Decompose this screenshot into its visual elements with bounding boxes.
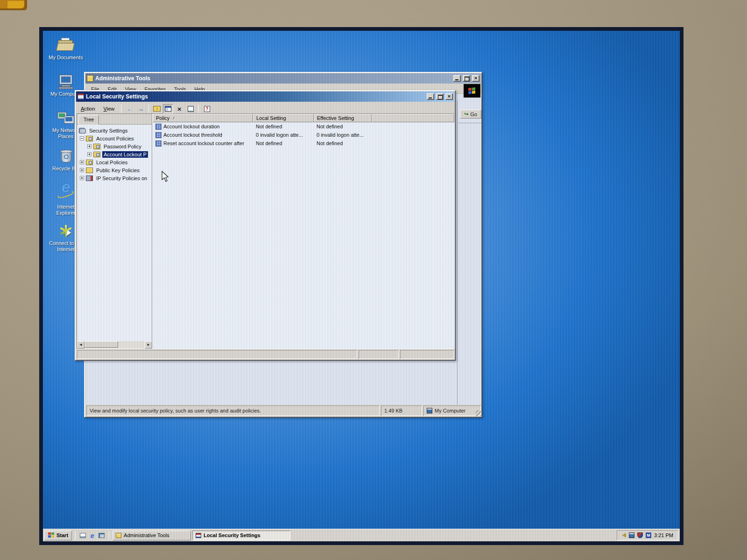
mouse-cursor — [162, 171, 170, 183]
tree-tab[interactable]: Tree — [78, 115, 99, 125]
expand-icon[interactable] — [87, 152, 92, 156]
lss-window-icon — [78, 93, 84, 100]
internet-explorer-icon: e — [90, 532, 94, 539]
column-header-policy[interactable]: Policy∕ — [153, 114, 253, 122]
sort-ascending-icon: ∕ — [173, 116, 174, 120]
expand-icon[interactable] — [80, 168, 84, 172]
quick-launch-mail-button[interactable] — [79, 532, 87, 539]
menu-view[interactable]: View — [100, 105, 119, 112]
policy-row-duration[interactable]: Account lockout duration Not defined Not… — [153, 122, 454, 131]
show-hide-tree-icon — [165, 106, 171, 112]
security-settings-icon — [79, 128, 86, 133]
collapse-icon[interactable] — [80, 136, 84, 140]
tree-item-account-policies[interactable]: Account Policies — [78, 134, 152, 142]
network-icon[interactable] — [629, 532, 634, 538]
internet-explorer-icon: e — [56, 187, 75, 203]
lss-title-bar[interactable]: Local Security Settings × — [76, 91, 454, 102]
export-list-button[interactable] — [185, 104, 196, 113]
column-header-effective-setting[interactable]: Effective Setting — [314, 114, 372, 122]
tree-horizontal-scrollbar[interactable]: ◄ ► — [77, 341, 152, 349]
policy-icon — [155, 124, 162, 130]
policy-row-reset-counter[interactable]: Reset account lockout counter after Not … — [153, 139, 454, 147]
lss-window-title: Local Security Settings — [86, 93, 425, 100]
my-computer-icon — [56, 74, 75, 90]
tree-item-password-policy[interactable]: Password Policy — [78, 142, 152, 150]
go-button[interactable]: ↪ Go — [460, 110, 481, 119]
close-button[interactable]: × — [472, 75, 479, 82]
desktop-icon-my-documents[interactable]: My Documents — [48, 37, 84, 61]
scroll-right-button[interactable]: ► — [145, 341, 152, 349]
account-policies-folder-icon — [86, 136, 93, 141]
quick-launch-show-desktop-button[interactable] — [98, 532, 106, 539]
back-button[interactable]: ← — [124, 104, 134, 113]
maximize-button[interactable] — [436, 93, 444, 100]
admin-title-bar[interactable]: Administrative Tools × — [85, 73, 481, 84]
column-header-local-setting[interactable]: Local Setting — [253, 114, 314, 122]
administrative-tools-icon — [116, 533, 121, 538]
lss-status-panel — [400, 350, 454, 359]
forward-button[interactable]: → — [135, 104, 146, 113]
tree-item-ip-security-policies[interactable]: IP Security Policies on — [78, 174, 152, 182]
taskbar-task-local-security-settings[interactable]: Local Security Settings — [192, 531, 290, 540]
ip-security-policies-icon — [86, 175, 93, 181]
lss-client-area: Tree Security Settings Account Policies — [77, 113, 455, 349]
tree-tab-strip: Tree — [77, 114, 152, 125]
crt-screen: My Documents My Computer My Network Plac… — [39, 27, 684, 545]
minimize-button[interactable] — [427, 93, 434, 100]
monitor-sticker — [0, 0, 27, 10]
recycle-bin-icon — [56, 148, 75, 164]
local-security-settings-window: Local Security Settings × Action View ← … — [75, 90, 456, 361]
quick-launch-internet-explorer-button[interactable]: e — [88, 532, 96, 539]
admin-toolbar-divider — [458, 123, 481, 123]
taskbar-task-administrative-tools[interactable]: Administrative Tools — [113, 531, 191, 540]
connect-internet-icon — [56, 223, 75, 239]
menu-action[interactable]: Action — [77, 105, 99, 112]
resize-grip[interactable] — [476, 410, 482, 416]
tree-item-account-lockout-policy[interactable]: Account Lockout P — [78, 150, 152, 158]
tree-item-security-settings[interactable]: Security Settings — [78, 126, 152, 134]
account-lockout-folder-icon — [93, 152, 100, 157]
maximize-button[interactable] — [463, 75, 470, 82]
delete-button[interactable]: × — [174, 104, 184, 113]
expand-icon[interactable] — [80, 160, 84, 164]
my-network-places-icon — [56, 110, 75, 126]
administrative-tools-window-icon — [87, 75, 93, 82]
show-desktop-icon — [99, 533, 105, 538]
throbber-logo — [464, 84, 480, 98]
column-header-filler — [372, 114, 454, 122]
status-zone: My Computer — [423, 406, 481, 416]
tree-item-public-key-policies[interactable]: Public Key Policies — [78, 166, 152, 174]
export-list-icon — [188, 106, 194, 112]
status-description: View and modify local security policy, s… — [86, 406, 380, 416]
admin-window-title: Administrative Tools — [95, 75, 451, 82]
scrollbar-thumb[interactable] — [85, 341, 118, 348]
taskbar-clock[interactable]: 3:21 PM — [654, 532, 673, 538]
policy-list-pane: Policy∕ Local Setting Effective Setting … — [153, 114, 454, 349]
antivirus-shield-icon[interactable] — [637, 532, 643, 538]
mail-icon — [80, 533, 86, 538]
delete-icon: × — [177, 105, 182, 113]
admin-status-bar: View and modify local security policy, s… — [85, 405, 482, 417]
list-header-row: Policy∕ Local Setting Effective Setting — [153, 114, 454, 122]
start-button-label: Start — [56, 532, 68, 538]
policy-row-threshold[interactable]: Account lockout threshold 0 invalid logo… — [153, 131, 454, 139]
mcafee-icon[interactable]: M — [646, 532, 651, 538]
selected-tree-item-label: Account Lockout P — [102, 151, 148, 158]
close-button[interactable]: × — [445, 93, 453, 100]
forward-icon: → — [138, 105, 144, 112]
admin-pane-divider — [457, 100, 458, 405]
expand-icon[interactable] — [80, 176, 84, 180]
my-documents-icon — [56, 37, 75, 53]
start-button[interactable]: Start — [44, 531, 72, 540]
help-button[interactable]: ? — [202, 104, 212, 113]
tree-item-local-policies[interactable]: Local Policies — [78, 158, 152, 166]
scroll-left-button[interactable]: ◄ — [77, 341, 85, 349]
show-hide-tree-button[interactable] — [163, 104, 173, 113]
back-icon: ← — [127, 105, 133, 112]
local-policies-folder-icon — [86, 160, 93, 165]
up-one-level-button[interactable]: ↑ — [152, 104, 162, 113]
local-security-settings-icon — [196, 533, 201, 538]
expand-icon[interactable] — [87, 144, 92, 148]
volume-icon[interactable] — [622, 533, 626, 538]
minimize-button[interactable] — [453, 75, 461, 82]
